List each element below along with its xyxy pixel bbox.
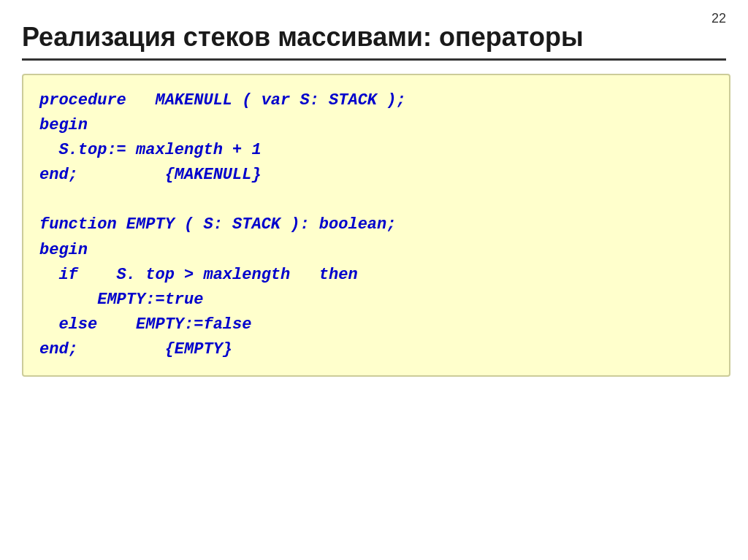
slide-title: Реализация стеков массивами: операторы: [22, 22, 726, 61]
slide-container: 22 Реализация стеков массивами: оператор…: [0, 0, 748, 560]
slide-number: 22: [711, 11, 726, 26]
code-content: procedure MAKENULL ( var S: STACK ); beg…: [39, 88, 713, 362]
code-box: procedure MAKENULL ( var S: STACK ); beg…: [22, 74, 730, 377]
